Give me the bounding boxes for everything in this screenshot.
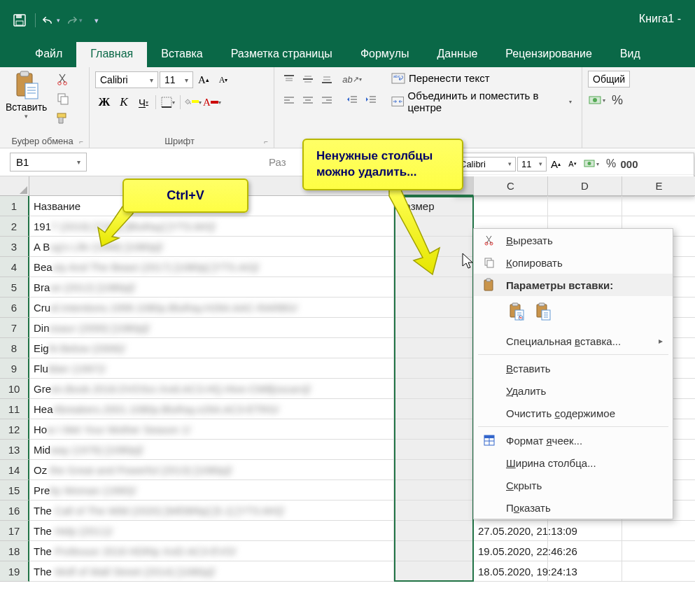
paste-button[interactable]: Вставить ▾: [6, 71, 47, 120]
cell[interactable]: How I Met Your Mother Season 1/: [29, 419, 394, 440]
row-header[interactable]: 17: [0, 521, 29, 541]
cell[interactable]: [548, 196, 622, 216]
ctx-clear[interactable]: Очистить содержимое: [474, 402, 673, 424]
ctx-copy[interactable]: Копировать: [474, 251, 673, 274]
cell[interactable]: [394, 216, 474, 237]
cell[interactable]: Eight Below (2006)/: [29, 338, 394, 358]
ctx-show[interactable]: Показать: [474, 496, 673, 519]
align-right-icon[interactable]: [318, 92, 336, 108]
row-header[interactable]: 2: [0, 216, 29, 237]
cell[interactable]: [622, 541, 695, 561]
ctx-hide[interactable]: Скрыть: [474, 474, 673, 496]
ctx-col-width[interactable]: Ширина столбца...: [474, 451, 673, 474]
mini-percent-icon[interactable]: %: [603, 155, 619, 173]
tab-data[interactable]: Данные: [423, 42, 492, 67]
cell[interactable]: [394, 541, 474, 561]
increase-indent-icon[interactable]: [362, 92, 380, 108]
cell[interactable]: Heartbreakers.2001.1080p.BluRay.x264.AC3…: [29, 399, 394, 419]
cut-icon[interactable]: [54, 71, 72, 88]
select-all-corner[interactable]: [0, 176, 29, 196]
cell[interactable]: 1917 (2019) [720p] [BluRay] [YTS.MX]/: [29, 216, 394, 237]
merge-center-button[interactable]: Объединить и поместить в центре▾: [387, 88, 576, 115]
ctx-insert[interactable]: Вставить: [474, 357, 673, 379]
row-header[interactable]: 4: [0, 257, 29, 277]
tab-view[interactable]: Вид: [606, 42, 654, 67]
cell[interactable]: Beauty And The Beast (2017) [1080p] [YTS…: [29, 257, 394, 277]
cell[interactable]: [394, 379, 474, 399]
cell[interactable]: Midway (1976) [1080p]/: [29, 440, 394, 460]
cell[interactable]: [548, 561, 622, 582]
tab-page-layout[interactable]: Разметка страницы: [217, 42, 346, 67]
italic-button[interactable]: К: [115, 93, 133, 111]
font-family-select[interactable]: Calibri▾: [95, 71, 158, 88]
cell[interactable]: [548, 541, 622, 561]
percent-icon[interactable]: %: [607, 92, 628, 108]
cell[interactable]: Dinosaur (2000) [1080p]/: [29, 318, 394, 338]
row-header[interactable]: 18: [0, 541, 29, 561]
cell[interactable]: [394, 338, 474, 358]
align-middle-icon[interactable]: [299, 71, 317, 88]
align-top-icon[interactable]: [280, 71, 298, 88]
cell[interactable]: [394, 561, 474, 582]
row-header[interactable]: 13: [0, 440, 29, 460]
number-format-select[interactable]: Общий: [588, 71, 630, 88]
save-icon[interactable]: [10, 11, 29, 29]
cell[interactable]: A Bug's Life (1998) [1080p]/: [29, 237, 394, 257]
row-header[interactable]: 5: [0, 277, 29, 298]
align-left-icon[interactable]: [280, 92, 298, 108]
tab-file[interactable]: Файл: [21, 42, 76, 67]
ctx-paste-default[interactable]: [506, 300, 527, 323]
name-box[interactable]: B1▾: [10, 153, 87, 172]
cell[interactable]: 27.05.2020, 21:13:09: [474, 521, 548, 541]
cell[interactable]: [394, 500, 474, 521]
mini-decrease-font-icon[interactable]: A▾: [565, 155, 580, 173]
cell[interactable]: [394, 419, 474, 440]
increase-font-icon[interactable]: A▴: [195, 71, 213, 89]
cell[interactable]: [548, 521, 622, 541]
cell[interactable]: [394, 399, 474, 419]
row-header[interactable]: 19: [0, 561, 29, 582]
underline-button[interactable]: Ч▾: [134, 93, 153, 111]
ctx-paste-values[interactable]: [533, 300, 554, 323]
col-header-c[interactable]: C: [474, 176, 548, 196]
row-header[interactable]: 3: [0, 237, 29, 257]
col-header-e[interactable]: E: [622, 176, 695, 196]
row-header[interactable]: 12: [0, 419, 29, 440]
cell[interactable]: [394, 318, 474, 338]
cell[interactable]: Cruel.Intentions.1999.1080p.BluRay.H264.…: [29, 298, 394, 318]
cell[interactable]: The Help (2011)/: [29, 521, 394, 541]
format-painter-icon[interactable]: [54, 110, 72, 127]
row-header[interactable]: 7: [0, 318, 29, 338]
mini-increase-font-icon[interactable]: A▴: [548, 155, 563, 173]
ctx-cut[interactable]: Вырезать: [474, 229, 673, 251]
row-header[interactable]: 11: [0, 399, 29, 419]
cell[interactable]: [622, 521, 695, 541]
row-header[interactable]: 8: [0, 338, 29, 358]
mini-font-select[interactable]: Calibri▾: [456, 157, 516, 172]
tab-insert[interactable]: Вставка: [147, 42, 216, 67]
ctx-paste-special[interactable]: Специальная вставка...: [474, 330, 673, 352]
tab-review[interactable]: Рецензирование: [491, 42, 606, 67]
row-header[interactable]: 1: [0, 196, 29, 216]
cell[interactable]: [394, 277, 474, 298]
decrease-font-icon[interactable]: A▾: [214, 71, 232, 89]
border-button[interactable]: ▾: [159, 93, 177, 111]
bold-button[interactable]: Ж: [95, 93, 113, 111]
copy-icon[interactable]: [54, 90, 72, 107]
row-header[interactable]: 9: [0, 358, 29, 379]
cell[interactable]: [474, 196, 548, 216]
cell[interactable]: The Call of The Wild (2020) [WEBRip] [5.…: [29, 500, 394, 521]
font-color-button[interactable]: A ▾: [203, 93, 221, 111]
ctx-delete[interactable]: Удалить: [474, 379, 673, 402]
cell[interactable]: [394, 460, 474, 480]
tab-formulas[interactable]: Формулы: [346, 42, 423, 67]
cell[interactable]: Pretty Woman (1990)/: [29, 480, 394, 500]
currency-icon[interactable]: ▾: [588, 92, 606, 108]
align-bottom-icon[interactable]: [318, 71, 336, 88]
row-header[interactable]: 6: [0, 298, 29, 318]
cell[interactable]: Green.Book.2018.DVDScr.Xvid.AC3.HQ.Hive-…: [29, 379, 394, 399]
cell[interactable]: [394, 358, 474, 379]
qat-customize-icon[interactable]: ▾: [87, 11, 105, 29]
cell[interactable]: [394, 480, 474, 500]
cell[interactable]: [622, 561, 695, 582]
